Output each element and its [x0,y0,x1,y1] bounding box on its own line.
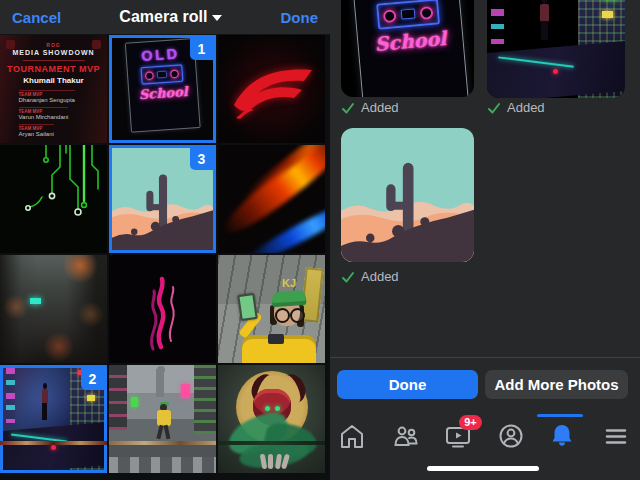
poster-mvp-label: TOURNAMENT MVP [7,64,100,74]
photo-picker-screen: Cancel Camera roll Done ROG MEDIA SHOWDO… [0,0,640,480]
selection-badge: 2 [81,368,104,390]
picker-header: Cancel Camera roll Done [0,0,330,34]
friends-icon [392,422,420,450]
glasses-left [275,308,290,323]
cancel-button[interactable]: Cancel [12,9,61,26]
photo-tile-pink-flame[interactable] [109,255,216,363]
bottom-nav-bar: 9+ [330,412,640,462]
kj-wall-tag: KJ [282,277,296,289]
done-button[interactable]: Done [337,370,478,399]
selection-badge: 1 [190,38,213,60]
chevron-down-icon [212,15,222,21]
check-icon [487,101,501,115]
selected-photo-cactus[interactable] [341,128,474,262]
photo-tile-desert-cactus[interactable]: 3 [109,145,216,253]
photo-grid: ROG MEDIA SHOWDOWN TOURNAMENT MVP Khumai… [0,35,330,480]
camera-roll-panel: Cancel Camera roll Done ROG MEDIA SHOWDO… [0,0,330,480]
profile-icon [497,422,525,450]
check-icon [341,101,355,115]
active-tab-indicator [537,414,583,417]
neon-boombox [140,64,183,85]
poster-event-title: MEDIA SHOWDOWN [12,49,94,56]
check-icon [341,270,355,284]
photo-tile-rog-logo[interactable] [218,35,325,143]
selected-photo-cyberpunk[interactable] [487,0,625,98]
photo-tile-rainy-alley[interactable] [0,255,107,363]
neon-sign: OLD School [351,0,469,97]
circuit-traces [0,145,107,252]
photo-tile-cyberpunk-rooftop[interactable]: 2 [0,365,107,473]
nav-watch[interactable]: 9+ [444,422,472,450]
home-icon [338,422,366,450]
glasses-right [290,308,305,323]
person-silhouette [538,0,550,40]
poster-entries: TEAM MVP Dhananjan Sengupta TEAM MVP Var… [19,90,89,137]
photo-tile-city-street[interactable] [109,365,216,473]
poster-mvp-name: Khumail Thakur [23,76,83,85]
selection-badge: 3 [190,148,213,170]
pink-flame-art [109,255,216,362]
nav-menu[interactable] [602,422,630,450]
photo-tile-oni-mask[interactable] [218,365,325,473]
next-row-sliver [0,441,330,445]
photo-tile-neon-old-school[interactable]: OLD School 1 [109,35,216,143]
notification-count-badge: 9+ [459,415,482,430]
person-silhouette [40,383,49,420]
nav-friends[interactable] [392,422,420,450]
selected-photos-panel: OLD School Added [330,0,640,480]
add-more-photos-button[interactable]: Add More Photos [485,370,628,399]
added-status: Added [487,100,545,115]
notifications-icon [548,422,576,450]
photo-tile-light-streaks[interactable] [218,145,325,253]
nav-notifications[interactable] [548,422,576,450]
done-link[interactable]: Done [281,9,319,26]
rog-eye-icon [218,35,325,142]
nav-profile[interactable] [497,422,525,450]
photo-tile-killjoy-selfie[interactable]: KJ [218,255,325,363]
added-status: Added [341,269,399,284]
selected-photo-neon[interactable]: OLD School [341,0,474,97]
nav-home[interactable] [338,422,366,450]
added-status: Added [341,100,399,115]
selfie-phone [238,293,258,321]
photo-tile-tournament-poster[interactable]: ROG MEDIA SHOWDOWN TOURNAMENT MVP Khumai… [0,35,107,143]
home-indicator[interactable] [427,466,539,471]
poster-logos [6,40,101,49]
photo-tile-circuit-board[interactable] [0,145,107,253]
cactus-illustration [341,128,474,262]
album-title: Camera roll [119,8,207,26]
section-divider [330,357,640,358]
album-selector[interactable]: Camera roll [119,8,222,26]
menu-icon [602,422,630,450]
